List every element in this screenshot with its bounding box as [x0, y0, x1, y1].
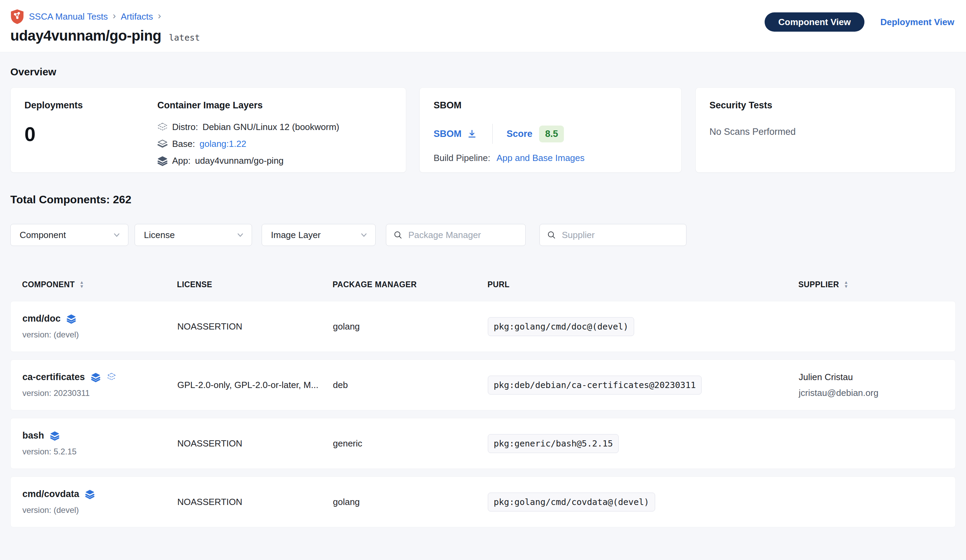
image-layer-filter-dropdown[interactable]: Image Layer — [262, 224, 376, 246]
column-label: SUPPLIER — [798, 280, 839, 289]
column-label: PACKAGE MANAGER — [333, 280, 417, 289]
deployments-label: Deployments — [25, 100, 157, 111]
layer-row-base: Base: golang:1.22 — [157, 139, 340, 149]
layer-app-label: App: — [172, 156, 191, 166]
component-filter-dropdown[interactable]: Component — [10, 224, 128, 246]
layers-app-icon — [157, 156, 168, 166]
component-cell: cmd/doc version: (devel) — [11, 313, 177, 339]
chevron-right-icon: › — [158, 11, 161, 21]
deployments-count: 0 — [25, 123, 157, 146]
license-cell: GPL-2.0-only, GPL-2.0-or-later, M... — [177, 380, 333, 390]
artifact-tag: latest — [169, 33, 200, 43]
chevron-right-icon: › — [113, 11, 116, 21]
package-manager-cell: generic — [333, 438, 488, 449]
column-header-supplier[interactable]: SUPPLIER ▲▼ — [798, 280, 956, 289]
security-tests-heading: Security Tests — [710, 100, 941, 111]
component-cell: bash version: 5.2.15 — [11, 430, 177, 457]
layer-distro-value: Debian GNU/Linux 12 (bookworm) — [202, 122, 339, 133]
deployments-block: Deployments 0 — [25, 100, 157, 160]
package-manager-cell: golang — [333, 497, 488, 508]
package-manager-search-input[interactable] — [407, 229, 519, 241]
license-filter-dropdown[interactable]: License — [135, 224, 252, 246]
distro-layer-badge-icon — [107, 372, 117, 383]
page-title: uday4vunnam/go-ping — [10, 28, 161, 44]
view-toggle: Component View Deployment View — [765, 12, 954, 32]
column-label: LICENSE — [177, 280, 212, 289]
column-header-component[interactable]: COMPONENT ▲▼ — [10, 280, 177, 289]
build-pipeline-link[interactable]: App and Base Images — [496, 153, 585, 164]
sort-icon[interactable]: ▲▼ — [79, 280, 84, 288]
container-image-layers-label: Container Image Layers — [157, 100, 340, 111]
component-name: cmd/covdata — [22, 489, 79, 499]
package-manager-cell: deb — [333, 380, 488, 390]
chevron-down-icon — [360, 231, 368, 239]
component-version: version: (devel) — [22, 330, 177, 339]
component-version: version: 5.2.15 — [22, 447, 177, 457]
component-version: version: (devel) — [22, 505, 177, 515]
sbom-download-link[interactable]: SBOM — [434, 129, 477, 139]
component-name: bash — [22, 430, 44, 441]
security-tests-card: Security Tests No Scans Performed — [695, 87, 956, 173]
supplier-cell — [799, 441, 955, 446]
total-components-heading: Total Components: 262 — [10, 193, 956, 206]
filters-bar: Component License Image Layer — [10, 224, 956, 246]
column-header-purl: PURL — [488, 280, 798, 289]
license-cell: NOASSERTION — [177, 497, 333, 508]
layer-app-value: uday4vunnam/go-ping — [195, 156, 284, 166]
supplier-name: Julien Cristau — [799, 372, 955, 383]
main-content: Overview Deployments 0 Container Image L… — [0, 66, 966, 527]
component-name: ca-certificates — [22, 372, 85, 383]
component-name: cmd/doc — [22, 313, 61, 324]
purl-badge: pkg:golang/cmd/doc@(devel) — [488, 317, 634, 336]
sbom-card: SBOM SBOM Score 8.5 Build Pipeline: App … — [419, 87, 681, 173]
supplier-search-input[interactable] — [561, 229, 679, 241]
license-cell: NOASSERTION — [177, 321, 333, 332]
purl-cell: pkg:deb/debian/ca-certificates@20230311 — [488, 376, 799, 395]
license-filter-label: License — [144, 230, 175, 241]
base-image-link[interactable]: golang:1.22 — [200, 139, 246, 149]
purl-cell: pkg:golang/cmd/doc@(devel) — [488, 317, 799, 336]
purl-badge: pkg:generic/bash@5.2.15 — [488, 434, 619, 453]
ssca-shield-icon — [10, 9, 24, 24]
purl-badge: pkg:golang/cmd/covdata@(devel) — [488, 493, 655, 511]
sbom-score-badge: 8.5 — [539, 126, 564, 142]
supplier-search — [539, 224, 687, 246]
page-header: SSCA Manual Tests › Artifacts › uday4vun… — [0, 0, 966, 52]
app-layer-badge-icon — [85, 489, 95, 499]
layers-base-icon — [157, 139, 168, 149]
overview-cards: Deployments 0 Container Image Layers Dis… — [10, 87, 956, 173]
supplier-cell — [799, 324, 955, 329]
sort-icon[interactable]: ▲▼ — [844, 280, 848, 288]
deployment-view-button[interactable]: Deployment View — [880, 17, 954, 28]
component-cell: ca-certificates — [11, 372, 177, 398]
table-row[interactable]: ca-certificates — [10, 359, 956, 410]
table-row[interactable]: cmd/doc version: (devel) NOASSERTION gol… — [10, 301, 956, 352]
layer-row-distro: Distro: Debian GNU/Linux 12 (bookworm) — [157, 122, 340, 133]
table-header: COMPONENT ▲▼ LICENSE PACKAGE MANAGER PUR… — [10, 275, 956, 293]
purl-cell: pkg:golang/cmd/covdata@(devel) — [488, 493, 799, 511]
chevron-down-icon — [112, 231, 121, 239]
security-tests-status: No Scans Performed — [710, 126, 941, 137]
app-layer-badge-icon — [90, 372, 101, 383]
table-row[interactable]: cmd/covdata version: (devel) NOASSERTION… — [10, 476, 956, 527]
purl-cell: pkg:generic/bash@5.2.15 — [488, 434, 799, 453]
supplier-cell — [799, 499, 955, 504]
column-label: PURL — [488, 280, 509, 289]
vertical-divider — [492, 124, 493, 144]
component-filter-label: Component — [20, 230, 66, 241]
breadcrumb-link-project[interactable]: SSCA Manual Tests — [29, 11, 108, 22]
image-layer-filter-label: Image Layer — [271, 230, 321, 241]
breadcrumb-link-artifacts[interactable]: Artifacts — [121, 11, 153, 22]
sbom-score-label: Score — [506, 129, 532, 139]
layer-row-app: App: uday4vunnam/go-ping — [157, 156, 340, 166]
supplier-email: jcristau@debian.org — [799, 388, 955, 398]
sbom-heading: SBOM — [434, 100, 667, 111]
deployments-layers-card: Deployments 0 Container Image Layers Dis… — [10, 87, 406, 173]
table-row[interactable]: bash version: 5.2.15 NOASSERTION generic… — [10, 418, 956, 469]
package-manager-cell: golang — [333, 321, 488, 332]
component-view-button[interactable]: Component View — [765, 12, 864, 32]
layer-distro-label: Distro: — [172, 122, 198, 133]
download-icon[interactable] — [467, 129, 477, 139]
column-header-license: LICENSE — [177, 280, 333, 289]
chevron-down-icon — [236, 231, 245, 239]
